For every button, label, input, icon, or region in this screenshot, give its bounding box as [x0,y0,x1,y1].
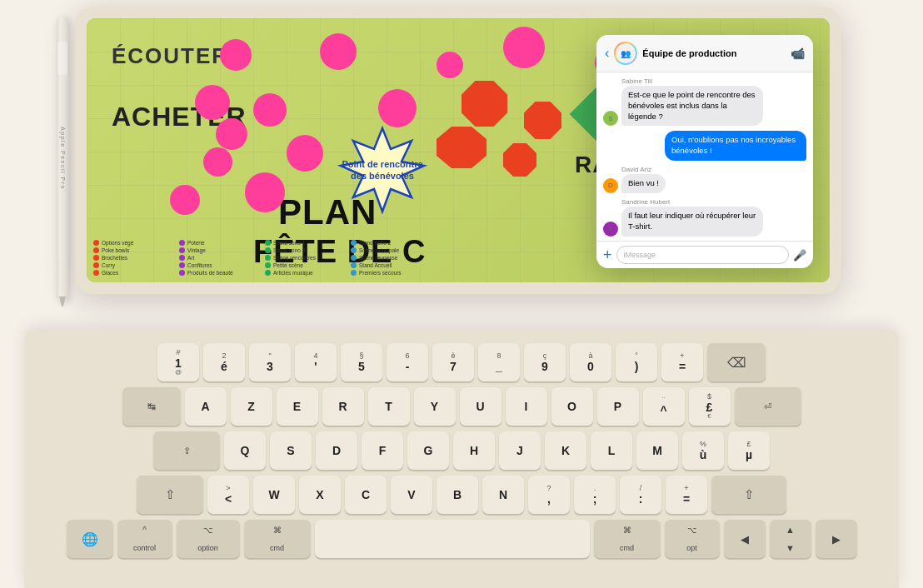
key-globe[interactable]: 🌐 [67,520,113,558]
key-capslock[interactable]: ⇪ [153,431,220,470]
key-mu[interactable]: £µ [728,431,770,470]
key-t[interactable]: T [368,387,410,426]
key-option[interactable]: ⌥option [177,520,240,558]
key-4[interactable]: 4' [295,343,337,381]
key-3[interactable]: "3 [249,343,291,381]
key-w[interactable]: W [253,476,295,514]
key-a[interactable]: A [185,387,227,426]
key-u[interactable]: U [460,387,501,426]
key-f[interactable]: F [362,431,403,470]
key-h[interactable]: H [453,431,495,470]
key-z[interactable]: Z [231,387,272,426]
key-excl[interactable]: += [666,476,707,514]
key-g[interactable]: G [407,431,449,470]
map-blob-4 [503,27,545,68]
legend-item: Brochettes [93,255,172,261]
key-q[interactable]: Q [224,431,266,470]
legend-item: Curry [93,262,172,268]
key-k[interactable]: K [545,431,586,470]
key-2[interactable]: 2é [203,343,245,381]
legend-item: Stand sono 1 [265,240,344,246]
key-arrow-right[interactable]: ▶ [816,520,857,558]
legend-item: Glaces [93,270,172,276]
key-arrow-left[interactable]: ◀ [724,520,766,558]
key-comma[interactable]: ?, [528,476,570,514]
key-shift-left[interactable]: ⇧ [137,476,203,514]
legend-item: Articles musique [265,270,344,276]
legend-item: Premiers secours [351,270,430,276]
keyboard-row-1: #1@ 2é "3 4' §5 6- è7 8_ ç9 à0 °) += ⌫ [41,343,882,381]
key-shift-right[interactable]: ⇧ [711,476,786,514]
map-blob-11 [203,147,232,177]
group-avatar: 👥 [614,42,637,65]
legend-item: Poterie [179,240,258,246]
video-call-button[interactable]: 📹 [791,47,805,60]
message-sender-3: David Ariz [621,166,666,173]
message-attach-button[interactable]: + [603,247,612,264]
key-b[interactable]: B [437,476,478,514]
legend-item: Vintage [179,247,258,253]
key-space[interactable] [315,520,590,558]
key-cmd-left[interactable]: ⌘cmd [244,520,311,558]
ipad-screen[interactable]: ÉCOUTER ACHETER RASSEMBLER PLAN FÊTE DE … [87,18,830,282]
key-percent[interactable]: %ù [682,431,724,470]
key-semicolon[interactable]: .; [574,476,616,514]
pencil-button[interactable] [57,42,67,75]
key-minus[interactable]: °) [616,343,657,381]
message-bubble-4: Il faut leur indiquer où récupérer leur … [621,207,763,237]
key-tab[interactable]: ↹ [122,387,181,426]
map-blob-7 [253,93,287,127]
key-arrow-up-down[interactable]: ▲ ▼ [770,520,811,558]
key-9[interactable]: ç9 [524,343,566,381]
keyboard-row-5: 🌐 ^control ⌥option ⌘cmd ⌘cmd ⌥opt ◀ ▲ ▼ … [41,520,882,558]
map-blob-12 [245,172,285,212]
key-m[interactable]: M [636,431,678,470]
key-cmd-right[interactable]: ⌘cmd [594,520,661,558]
messages-panel[interactable]: ‹ 👥 Équipe de production 📹 S Sabine Til [596,35,813,268]
starburst-text: Point de rencontre des bénévoles [332,128,432,212]
message-sender-4: Sandrine Hubert [621,198,763,206]
key-caret[interactable]: ¨^ [643,387,685,426]
keyboard-row-3: ⇪ Q S D F G H J K L M %ù £µ [41,431,882,470]
key-8[interactable]: 8_ [478,343,520,381]
group-avatar-inner: 👥 [616,43,636,63]
message-input[interactable]: iMessage [616,246,789,264]
legend-item: Stand sono 3 [265,247,344,253]
legend-item: Stand sono 2 [351,240,430,246]
key-e[interactable]: E [277,387,318,426]
key-0[interactable]: à0 [570,343,611,381]
key-delete[interactable]: ⌫ [707,343,766,381]
key-equals[interactable]: += [661,343,703,381]
key-control[interactable]: ^control [117,520,172,558]
key-c[interactable]: C [345,476,387,514]
key-dollar[interactable]: $£€ [689,387,731,426]
key-v[interactable]: V [391,476,432,514]
key-5[interactable]: §5 [341,343,382,381]
key-return[interactable]: ⏎ [735,387,801,426]
key-i[interactable]: I [506,387,547,426]
key-x[interactable]: X [299,476,341,514]
key-y[interactable]: Y [414,387,456,426]
key-colon[interactable]: /: [620,476,661,514]
map-shape-red-1 [462,81,507,127]
legend-item: Poke bowls [93,247,172,253]
key-opt-right[interactable]: ⌥opt [665,520,720,558]
key-j[interactable]: J [499,431,541,470]
message-bubble-3: Bien vu ! [621,174,666,193]
key-6[interactable]: 6- [387,343,428,381]
keyboard-section: #1@ 2é "3 4' §5 6- è7 8_ ç9 à0 °) += ⌫ ↹… [24,313,899,588]
message-mic-button[interactable]: 🎤 [793,249,806,262]
key-7[interactable]: è7 [432,343,474,381]
key-p[interactable]: P [597,387,639,426]
legend-item: Petite scène [265,262,344,268]
key-r[interactable]: R [322,387,364,426]
key-s[interactable]: S [270,431,312,470]
key-n[interactable]: N [482,476,524,514]
key-o[interactable]: O [551,387,593,426]
key-1[interactable]: #1@ [157,343,199,381]
key-d[interactable]: D [316,431,357,470]
key-l[interactable]: L [591,431,632,470]
key-lt[interactable]: >< [207,476,249,514]
legend-item: Options végé [93,240,172,246]
back-button[interactable]: ‹ [605,46,609,61]
